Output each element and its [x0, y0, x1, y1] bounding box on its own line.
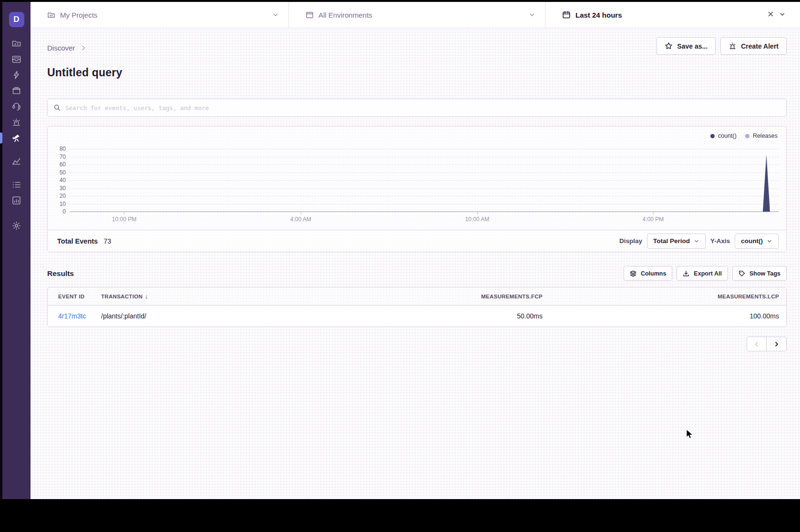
- columns-button[interactable]: Columns: [624, 266, 672, 281]
- clear-date-filter-icon[interactable]: [767, 10, 774, 19]
- sidebar-item-user-feedback[interactable]: [2, 102, 31, 112]
- column-header-event-id[interactable]: EVENT ID: [58, 294, 101, 299]
- show-tags-button[interactable]: Show Tags: [732, 266, 787, 281]
- chevron-down-icon: [272, 11, 279, 18]
- releases-series-dot-icon: [745, 134, 749, 138]
- sidebar-item-projects[interactable]: [2, 39, 31, 49]
- environment-selector[interactable]: All Environments: [288, 2, 545, 28]
- column-header-measurements-fcp[interactable]: MEASUREMENTS.FCP: [338, 294, 543, 299]
- calendar-icon: [562, 10, 571, 19]
- x-axis-tick: 10:00 AM: [465, 216, 490, 223]
- project-selector-label: My Projects: [60, 11, 97, 19]
- chevron-right-icon: [773, 341, 780, 348]
- chevron-down-icon[interactable]: [779, 11, 786, 19]
- environment-selector-label: All Environments: [318, 11, 372, 19]
- breadcrumb-discover-link[interactable]: Discover: [47, 44, 75, 52]
- y-axis-tick: 10: [53, 201, 66, 207]
- export-all-button[interactable]: Export All: [677, 266, 728, 281]
- chart-footer: Total Events 73 Display Total Period Y-A…: [48, 230, 786, 252]
- sort-descending-icon: ↓: [145, 293, 148, 300]
- sidebar-item-alerts[interactable]: [2, 117, 31, 127]
- create-alert-button[interactable]: Create Alert: [720, 37, 787, 55]
- y-axis-tick: 40: [53, 177, 66, 184]
- sidebar: D: [2, 2, 31, 499]
- sidebar-item-settings[interactable]: [2, 221, 31, 231]
- layers-icon: [630, 270, 636, 277]
- top-filter-bar: My Projects All Environments: [31, 2, 800, 28]
- page-title: Untitled query: [47, 66, 787, 79]
- download-icon: [683, 270, 689, 277]
- projects-folder-icon: [47, 11, 55, 19]
- x-axis-labels: 10:00 PM 4:00 AM 10:00 AM 4:00 PM: [70, 212, 779, 225]
- chevron-down-icon: [529, 11, 535, 18]
- issues-inbox-icon: [11, 54, 21, 64]
- sidebar-item-issues[interactable]: [2, 54, 31, 64]
- y-axis-label: Y-Axis: [710, 237, 730, 245]
- settings-gear-icon: [11, 221, 21, 231]
- performance-lightning-icon: [11, 70, 21, 80]
- chevron-left-icon: [753, 341, 760, 348]
- count-series-spike: [763, 154, 770, 212]
- discover-telescope-icon: [11, 133, 21, 143]
- chart-plot-area: 80 70 60 50 40 30 20 10 0: [70, 149, 779, 212]
- project-selector[interactable]: My Projects: [31, 2, 288, 28]
- next-page-button[interactable]: [767, 337, 787, 351]
- y-axis-tick: 60: [53, 161, 66, 168]
- legend-item-count[interactable]: count(): [710, 133, 737, 139]
- org-avatar[interactable]: D: [9, 12, 24, 27]
- sidebar-item-performance[interactable]: [2, 70, 31, 80]
- legend-item-releases[interactable]: Releases: [745, 133, 778, 139]
- column-header-measurements-lcp[interactable]: MEASUREMENTS.LCP: [543, 294, 779, 299]
- y-axis-tick: 0: [53, 208, 66, 215]
- tag-icon: [738, 270, 745, 277]
- y-axis-tick: 20: [53, 193, 66, 199]
- y-axis-tick: 30: [53, 185, 66, 192]
- search-input[interactable]: [65, 104, 780, 112]
- results-heading: Results: [47, 269, 74, 278]
- user-feedback-headset-icon: [11, 102, 21, 112]
- search-bar[interactable]: [47, 99, 787, 117]
- pagination: [47, 337, 787, 351]
- previous-page-button[interactable]: [747, 337, 767, 351]
- search-icon: [53, 104, 61, 112]
- active-indicator: [0, 133, 2, 143]
- chart-legend: count() Releases: [710, 133, 778, 139]
- x-axis-tick: 10:00 PM: [112, 216, 136, 223]
- results-table: EVENT ID TRANSACTION ↓ MEASUREMENTS.FCP …: [47, 287, 787, 327]
- events-chart: count() Releases 80 70 60 50: [48, 126, 786, 230]
- x-axis-tick: 4:00 AM: [290, 216, 311, 223]
- y-axis-select[interactable]: count(): [735, 234, 779, 249]
- lcp-cell: 100.00ms: [543, 312, 779, 320]
- app-screen: D: [0, 0, 800, 532]
- releases-box-icon: [11, 86, 21, 96]
- projects-folder-icon: [11, 39, 21, 49]
- display-mode-select[interactable]: Total Period: [647, 234, 706, 249]
- siren-icon: [728, 42, 737, 50]
- y-axis-tick: 70: [53, 153, 66, 160]
- x-axis-tick: 4:00 PM: [642, 216, 664, 223]
- sidebar-item-releases[interactable]: [2, 86, 31, 96]
- event-id-link[interactable]: 4r17m3tc: [58, 312, 101, 320]
- sidebar-item-discover[interactable]: [2, 133, 31, 143]
- transaction-cell: /plants/:plantId/: [101, 312, 338, 320]
- events-chart-panel: count() Releases 80 70 60 50: [47, 126, 787, 252]
- total-events-value: 73: [103, 237, 111, 245]
- fcp-cell: 50.00ms: [338, 312, 543, 320]
- sidebar-item-stats[interactable]: [2, 195, 31, 205]
- breadcrumb: Discover: [47, 44, 87, 52]
- sidebar-item-dashboards[interactable]: [2, 156, 31, 166]
- total-events-label: Total Events: [57, 237, 98, 245]
- stats-bar-chart-icon: [11, 195, 21, 205]
- column-header-transaction[interactable]: TRANSACTION ↓: [101, 293, 338, 300]
- chevron-down-icon: [694, 238, 699, 244]
- chevron-right-icon: [81, 45, 87, 51]
- date-range-label: Last 24 hours: [575, 11, 622, 19]
- count-series-dot-icon: [710, 134, 715, 138]
- chevron-down-icon: [767, 238, 772, 244]
- monitors-list-icon: [11, 180, 21, 190]
- save-as-button[interactable]: Save as...: [656, 37, 716, 55]
- dashboards-line-chart-icon: [11, 156, 21, 166]
- date-range-selector[interactable]: Last 24 hours: [545, 2, 800, 28]
- table-row: 4r17m3tc /plants/:plantId/ 50.00ms 100.0…: [48, 306, 786, 327]
- sidebar-item-monitors[interactable]: [2, 180, 31, 190]
